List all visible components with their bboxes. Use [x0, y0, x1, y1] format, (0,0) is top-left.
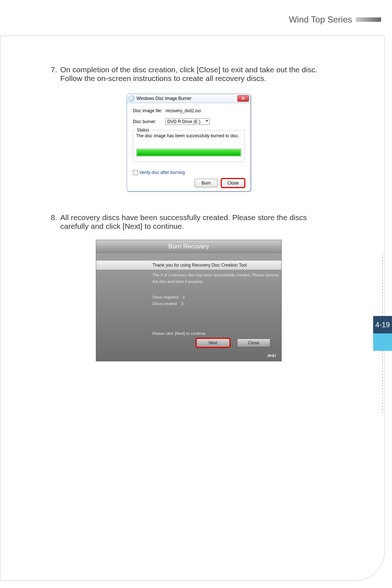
- msi-brand-logo: msi: [96, 353, 281, 361]
- status-legend: Status: [135, 127, 151, 133]
- step-number: 8.: [51, 213, 60, 222]
- burn-recovery-body: Thank you for using Recovery Disc Creati…: [96, 253, 281, 353]
- content-area: 7.On completion of the disc creation, cl…: [51, 65, 327, 376]
- verify-checkbox[interactable]: [133, 170, 138, 175]
- msg-line2: the disc and store it properly.: [152, 279, 203, 284]
- discs-required-label: Discs required:: [152, 295, 179, 299]
- step-number: 7.: [51, 65, 60, 74]
- close-button[interactable]: Close: [237, 338, 270, 347]
- dialog-titlebar: Windows Disc Image Burner ✕: [127, 94, 250, 103]
- step-text-line2: Follow the on-screen instructions to cre…: [60, 74, 327, 83]
- verify-label: Verify disc after burning: [139, 170, 185, 175]
- msg-line1: The 3 of 3 recovery disc has been succes…: [152, 273, 278, 277]
- dialog-body: Disc image file: recovery_dvd2.iso Disc …: [127, 103, 250, 191]
- verify-row: Verify disc after burning: [133, 170, 245, 175]
- section-color-tab: [373, 333, 392, 351]
- discs-created-label: Discs created:: [152, 301, 178, 306]
- step-text-line2: carefully and click [Next] to continue.: [60, 222, 327, 231]
- burn-button[interactable]: Burn: [195, 179, 218, 187]
- burner-select[interactable]: DVD R Drive (E:): [166, 118, 210, 125]
- success-message: The 3 of 3 recovery disc has been succes…: [96, 272, 281, 285]
- burner-label: Disc burner:: [133, 119, 166, 124]
- continue-prompt: Please click [Next] to continue: [96, 331, 281, 336]
- progress-fill: [137, 149, 241, 156]
- disc-icon: [128, 96, 134, 101]
- dialog-title: Windows Disc Image Burner: [136, 96, 191, 101]
- step-7: 7.On completion of the disc creation, cl…: [51, 65, 327, 191]
- discs-created-value: 3: [181, 301, 183, 306]
- page-root: Wind Top Series 4-19 7.On completion of …: [0, 0, 392, 588]
- page-header: Wind Top Series: [289, 15, 381, 25]
- dots-bottom: [382, 351, 383, 413]
- file-value: recovery_dvd2.iso: [166, 108, 201, 113]
- status-text: The disc image has been successfully bur…: [136, 133, 241, 138]
- header-gradient-bar: [356, 17, 381, 22]
- series-title: Wind Top Series: [289, 15, 352, 25]
- next-button[interactable]: Next: [196, 338, 230, 347]
- close-button[interactable]: Close: [221, 179, 245, 187]
- status-group: Status The disc image has been successfu…: [133, 130, 245, 162]
- close-icon[interactable]: ✕: [237, 95, 249, 102]
- windows-disc-burner-dialog: Windows Disc Image Burner ✕ Disc image f…: [127, 94, 251, 191]
- dots-top: [382, 254, 383, 316]
- step-text: All recovery discs have been successfull…: [60, 213, 307, 222]
- page-number-tab: 4-19: [373, 316, 392, 333]
- discs-required-value: 3: [183, 295, 185, 299]
- file-label: Disc image file:: [133, 108, 166, 113]
- thank-you-banner: Thank you for using Recovery Disc Creati…: [96, 260, 281, 270]
- burn-recovery-window: Burn Recovery Thank you for using Recove…: [96, 240, 282, 361]
- side-tabs: 4-19: [373, 254, 392, 413]
- burn-recovery-title: Burn Recovery: [96, 240, 281, 253]
- step-text: On completion of the disc creation, clic…: [60, 65, 318, 74]
- step-8: 8.All recovery discs have been successfu…: [51, 213, 327, 361]
- progress-bar: [136, 149, 241, 157]
- disc-stats: Discs required: 3 Discs created: 3: [96, 295, 281, 306]
